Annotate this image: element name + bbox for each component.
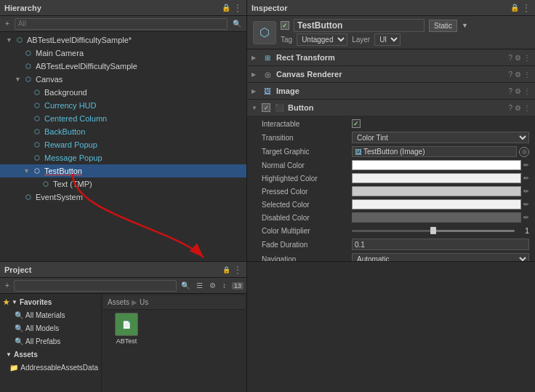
disabled-color-swatch[interactable] (352, 212, 521, 223)
selected-color-swatch[interactable] (352, 199, 521, 209)
target-graphic-field[interactable]: 🖼 TestButton (Image) (352, 146, 517, 157)
interactable-value: ✓ (352, 119, 529, 128)
canvas-help-icon[interactable]: ? (508, 71, 512, 79)
project-sort-button[interactable]: ↕ (220, 281, 228, 290)
disabled-color-picker[interactable]: ✏ (523, 214, 529, 221)
obj-active-checkbox[interactable]: ✓ (281, 21, 289, 30)
project-asset-icon: 📄 (115, 313, 138, 336)
project-add-button[interactable]: + (3, 281, 12, 290)
tree-item-abtestlevel[interactable]: ▼ ⬡ ABTestLevelDifficultySample* (0, 33, 246, 47)
rect-settings-icon[interactable]: ⚙ (515, 54, 521, 62)
rect-transform-arrow: ▶ (252, 55, 259, 61)
pressed-color-value: ✏ (352, 186, 529, 196)
hierarchy-search-button[interactable]: 🔍 (230, 19, 244, 28)
rect-transform-header[interactable]: ▶ ⊞ Rect Transform ? ⚙ ⋮ (247, 49, 535, 65)
project-filter-button[interactable]: ☰ (194, 281, 205, 290)
hierarchy-title: Hierarchy (4, 4, 41, 12)
add-hierarchy-button[interactable]: + (3, 19, 12, 28)
canvas-menu-icon[interactable]: ⋮ (523, 71, 531, 79)
hierarchy-menu-icon[interactable]: ⋮ (233, 3, 242, 13)
normal-color-value: ✏ (352, 160, 529, 170)
tree-item-abtest2[interactable]: ⬡ ABTestLevelDifficultySample (0, 60, 246, 73)
button-component: ▼ ✓ ⬛ Button ? ⚙ ⋮ Interactable ✓ (247, 100, 535, 261)
inspector-menu-icon[interactable]: ⋮ (522, 3, 531, 13)
project-all-models[interactable]: 🔍 All Models (0, 321, 101, 335)
image-settings-icon[interactable]: ⚙ (515, 87, 521, 95)
tree-item-testbutton[interactable]: ▼ ⬡ TestButton (0, 164, 246, 177)
canvas-settings-icon[interactable]: ⚙ (515, 71, 521, 79)
fade-duration-label: Fade Duration (262, 241, 349, 249)
tree-item-background[interactable]: ⬡ Background (0, 86, 246, 99)
target-graphic-picker[interactable]: ◎ (519, 147, 529, 157)
canvas-renderer-header[interactable]: ▶ ◎ Canvas Renderer ? ⚙ ⋮ (247, 66, 535, 82)
project-all-materials[interactable]: 🔍 All Materials (0, 308, 101, 321)
image-menu-icon[interactable]: ⋮ (523, 87, 531, 95)
button-icon: ⬛ (273, 102, 285, 113)
navigation-select[interactable]: Automatic (352, 253, 529, 261)
tree-item-rewardpopup[interactable]: ⬡ Reward Popup (0, 138, 246, 151)
layer-select[interactable]: UI (374, 33, 401, 46)
tree-item-eventsystem[interactable]: ⬡ EventSystem (0, 191, 246, 204)
highlighted-color-swatch[interactable] (352, 173, 521, 183)
normal-color-picker[interactable]: ✏ (523, 161, 529, 169)
interactable-checkbox[interactable]: ✓ (352, 119, 361, 128)
tree-item-messagepopup[interactable]: ⬡ Message Popup (0, 151, 246, 164)
project-panel: Project 🔒 ⋮ + 🔍 ☰ ⚙ ↕ 13 ★ ▼ Favorites (0, 262, 247, 392)
button-header[interactable]: ▼ ✓ ⬛ Button ? ⚙ ⋮ (247, 100, 535, 116)
static-dropdown-arrow[interactable]: ▼ (462, 22, 468, 29)
tree-item-texttmp[interactable]: ⬡ Text (TMP) (0, 177, 246, 191)
rect-menu-icon[interactable]: ⋮ (523, 54, 531, 62)
pressed-color-picker[interactable]: ✏ (523, 188, 529, 195)
tree-icon-centeredcol: ⬡ (32, 113, 42, 124)
obj-name-input[interactable] (294, 19, 425, 32)
button-enabled-checkbox[interactable]: ✓ (262, 103, 270, 112)
rect-transform-title: Rect Transform (276, 53, 505, 62)
project-settings-button[interactable]: ⚙ (207, 281, 218, 290)
tree-arrow-abtestlevel: ▼ (6, 36, 15, 44)
tree-label-backbutton: BackButton (44, 127, 85, 136)
project-assets-header[interactable]: ▼ Assets (0, 348, 101, 361)
button-settings-icon[interactable]: ⚙ (515, 104, 521, 112)
tree-icon-messagepopup: ⬡ (32, 153, 42, 163)
project-asset-item[interactable]: 📄 ABTest (105, 311, 148, 346)
project-addressables[interactable]: 📁 AddressableAssetsData (0, 361, 101, 374)
rect-help-icon[interactable]: ? (508, 54, 512, 62)
layer-label: Layer (352, 36, 370, 44)
hierarchy-search-input[interactable] (15, 18, 228, 30)
normal-color-swatch[interactable] (352, 160, 521, 170)
tree-item-maincamera[interactable]: ⬡ Main Camera (0, 47, 246, 60)
tree-arrow-testbutton: ▼ (23, 167, 32, 175)
tree-icon-abtest2: ⬡ (23, 61, 33, 71)
prop-disabled-color: Disabled Color ✏ (247, 211, 535, 224)
project-search-input[interactable] (14, 280, 177, 292)
image-header[interactable]: ▶ 🖼 Image ? ⚙ ⋮ (247, 83, 535, 99)
pressed-color-swatch[interactable] (352, 186, 521, 196)
tree-item-canvas[interactable]: ▼ ⬡ Canvas (0, 73, 246, 86)
highlighted-color-picker[interactable]: ✏ (523, 175, 529, 182)
button-help-icon[interactable]: ? (508, 104, 512, 112)
project-all-prefabs[interactable]: 🔍 All Prefabs (0, 335, 101, 348)
obj-details: ✓ Static ▼ Tag Untagged Layer UI (281, 19, 529, 46)
tree-icon-abtestlevel: ⬡ (15, 35, 25, 45)
color-multiplier-slider[interactable] (352, 230, 515, 232)
button-menu-icon[interactable]: ⋮ (523, 104, 531, 112)
all-materials-icon: 🔍 (15, 311, 23, 319)
static-button[interactable]: Static (429, 20, 457, 32)
breadcrumb-us[interactable]: Us (140, 298, 148, 306)
target-graphic-value: 🖼 TestButton (Image) ◎ (352, 146, 529, 157)
tree-item-currencyhud[interactable]: ⬡ Currency HUD (0, 99, 246, 112)
all-models-label: All Models (25, 324, 59, 332)
prop-navigation: Navigation Automatic (247, 252, 535, 261)
project-menu-icon[interactable]: ⋮ (233, 265, 242, 275)
image-help-icon[interactable]: ? (508, 87, 512, 95)
tree-item-backbutton[interactable]: ⬡ BackButton (0, 125, 246, 138)
project-favorites-header[interactable]: ★ ▼ Favorites (0, 295, 101, 308)
project-search-button[interactable]: 🔍 (179, 281, 192, 290)
selected-color-picker[interactable]: ✏ (523, 201, 529, 208)
breadcrumb-assets[interactable]: Assets (108, 298, 129, 306)
transition-select[interactable]: Color Tint (352, 132, 529, 143)
tag-select[interactable]: Untagged (297, 33, 347, 46)
fade-duration-input[interactable] (352, 239, 529, 250)
tree-item-centeredcol[interactable]: ⬡ Centered Column (0, 112, 246, 125)
tree-label-texttmp: Text (TMP) (53, 180, 92, 188)
